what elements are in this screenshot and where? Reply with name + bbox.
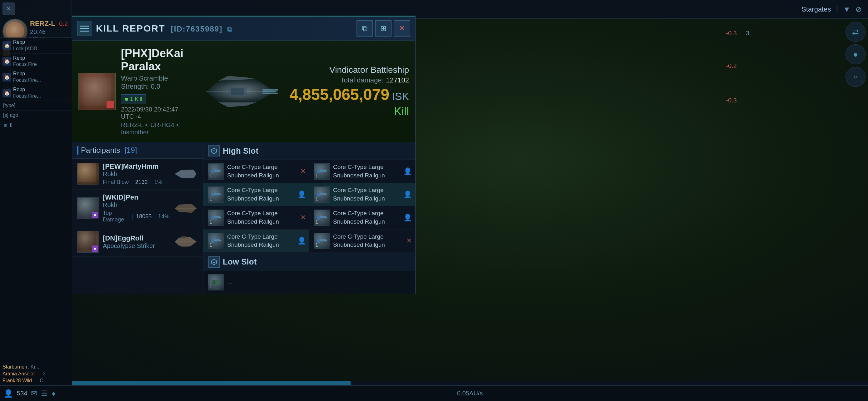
slot-item-icon-2: 1 xyxy=(314,163,330,179)
calendar-icon[interactable]: ☰ xyxy=(41,389,48,398)
chat-area: 🏠 Repp Lock [KOD... 🏠 Repp Focus Fire 🏠 … xyxy=(0,37,72,401)
copy-button[interactable]: ⧉ xyxy=(356,20,373,37)
close-icon: × xyxy=(7,5,11,13)
kill-report-modal: KILL REPORT [ID:7635989] ⧉ ⧉ ⊞ ✕ [PHX]De… xyxy=(72,15,415,294)
ship-svg xyxy=(200,71,281,112)
participant-entry-1[interactable]: [PEW]MartyHmm Rokh Final Blow | 2132 | 1… xyxy=(72,159,203,190)
svg-rect-8 xyxy=(231,89,244,95)
warp-icon: ⇄ xyxy=(852,27,859,37)
bottom-chat: Starburnerr: Ki... Arania Anselor — 3 Fr… xyxy=(0,362,72,386)
sec-label-3: -0.3 xyxy=(726,97,737,104)
low-slot-name-partial: ... xyxy=(227,279,232,286)
export-button[interactable]: ⊞ xyxy=(375,20,392,37)
participant-entry-3[interactable]: ■ [DN]EggRoll Apocalypse Striker xyxy=(72,227,203,257)
planet-icon-btn[interactable]: ● xyxy=(845,44,866,64)
svg-rect-29 xyxy=(220,194,221,195)
participant-name-3: [DN]EggRoll xyxy=(103,234,169,242)
station-icon-btn[interactable]: ○ xyxy=(845,67,866,87)
kill-tag-text: 1 Kill xyxy=(130,96,142,102)
slot-qty-7: 1 xyxy=(209,242,212,248)
participant-stats-2: Top Damage | 18065 | 14% xyxy=(103,210,169,223)
slot-item-2[interactable]: 1 Core C-Type LargeSnubnosed Railgun 👤 xyxy=(309,160,415,183)
slot-status-1: ✕ xyxy=(300,167,306,175)
svg-rect-23 xyxy=(220,170,221,171)
warp-icon-btn[interactable]: ⇄ xyxy=(845,22,866,42)
low-slot-item-partial: 1 ... xyxy=(204,271,415,294)
face-1 xyxy=(78,163,96,182)
chat-text-1: Repp Lock [KOD... xyxy=(13,39,41,52)
security-status: -0.2 xyxy=(57,20,68,28)
slot-item-icon-6: 1 xyxy=(314,209,330,226)
people-count: 534 xyxy=(17,390,27,397)
high-slot-icon xyxy=(208,145,220,157)
slot-item-6[interactable]: 1 Core C-Type LargeSnubnosed Railgun 👤 xyxy=(309,206,415,229)
slot-qty-2: 1 xyxy=(315,173,318,179)
copy-icon[interactable]: ⧉ xyxy=(227,25,233,33)
victim-avatar xyxy=(79,73,116,110)
slot-name-5: Core C-Type LargeSnubnosed Railgun xyxy=(227,209,279,226)
slot-status-6: 👤 xyxy=(403,213,412,222)
slot-item-icon-1: 1 xyxy=(208,163,224,179)
slot-qty-5: 1 xyxy=(209,219,212,225)
high-slot-grid: 1 Core C-Type LargeSnubnosed Railgun ✕ xyxy=(204,160,415,253)
final-blow-label: Final Blow xyxy=(103,179,129,186)
chat-entry-7: ≋ II xyxy=(0,120,72,131)
chat-text-3: Repp Focus Fire... xyxy=(13,71,41,84)
planet-icon: ● xyxy=(853,49,858,59)
victim-info: [PHX]DeKai Paralax Warp Scramble Strengt… xyxy=(121,47,192,136)
ship-image xyxy=(197,67,284,116)
top-damage-pct: 14% xyxy=(158,213,169,220)
slot-status-8: ✕ xyxy=(406,237,412,245)
slot-name-2: Core C-Type LargeSnubnosed Railgun xyxy=(333,163,385,179)
high-slot-header: High Slot xyxy=(204,142,415,160)
slot-item-7[interactable]: 1 Core C-Type LargeSnubnosed Railgun 👤 xyxy=(204,230,309,253)
ship-class-row: Vindicator Battleship xyxy=(329,65,409,75)
svg-marker-45 xyxy=(212,259,217,265)
close-btn-icon: ✕ xyxy=(399,24,405,33)
participant-badge-2: ■ xyxy=(92,212,98,218)
participant-name-1: [PEW]MartyHmm xyxy=(103,162,169,170)
participant-entry-2[interactable]: ■ [WKID]Pen Rokh Top Damage | 18065 | 14… xyxy=(72,190,203,227)
damage-row: Total damage: 127102 xyxy=(340,76,409,84)
speaker-icon[interactable]: ♦ xyxy=(52,389,55,398)
participant-avatar-1 xyxy=(77,163,99,185)
chat-text-4: Repp Focus Fire... xyxy=(13,87,41,100)
slot-status-5: ✕ xyxy=(300,213,306,222)
slot-item-8[interactable]: 1 Core C-Type LargeSnubnosed Railgun ✕ xyxy=(309,230,415,253)
slot-item-icon-8: 1 xyxy=(314,233,330,249)
slot-item-3[interactable]: 1 Core C-Type LargeSnubnosed Railgun 👤 xyxy=(204,183,309,206)
sidebar: × RERZ-L -0.2 20:46 UR-H 📶 ● 0 ● 0 ◎ xyxy=(0,0,72,401)
sidebar-close-button[interactable]: × xyxy=(2,2,15,15)
kill-dot xyxy=(125,98,128,101)
slot-item-1[interactable]: 1 Core C-Type LargeSnubnosed Railgun ✕ xyxy=(204,160,309,183)
kill-tag: 1 Kill xyxy=(121,94,146,104)
chat-entry-5: [type] xyxy=(0,101,72,110)
separator-line: | xyxy=(836,4,838,14)
top-damage-label: Top Damage xyxy=(103,210,130,223)
filter-icon[interactable]: ▼ xyxy=(843,5,850,14)
participant-ship-3: Apocalypse Striker xyxy=(103,242,169,249)
mail-icon[interactable]: ✉ xyxy=(31,389,37,398)
progress-bar-fill xyxy=(72,381,350,385)
isk-label: ISK xyxy=(392,90,409,102)
slot-name-7: Core C-Type LargeSnubnosed Railgun xyxy=(227,233,279,249)
svg-rect-35 xyxy=(220,217,221,218)
player-name: RERZ-L xyxy=(30,20,55,28)
modal-title: KILL REPORT [ID:7635989] ⧉ xyxy=(96,23,353,34)
slot-item-4[interactable]: 1 Core C-Type LargeSnubnosed Railgun 👤 xyxy=(309,183,415,206)
participants-header: Participants [19] xyxy=(72,142,203,159)
participant-badge-3: ■ xyxy=(92,245,98,252)
chat-icon-3: 🏠 xyxy=(2,73,11,81)
ship-img-3 xyxy=(173,235,198,248)
damage-label: Total damage: xyxy=(340,76,383,84)
menu-button[interactable] xyxy=(77,21,92,36)
chat-icon-4: 🏠 xyxy=(2,89,11,97)
kill-banner: [PHX]DeKai Paralax Warp Scramble Strengt… xyxy=(72,41,415,142)
menu-line-1 xyxy=(80,26,89,27)
low-slot-qty-1: 1 xyxy=(209,284,212,290)
close-modal-button[interactable]: ✕ xyxy=(394,20,410,37)
chat-icon-2: 🏠 xyxy=(2,57,11,66)
slot-name-4: Core C-Type LargeSnubnosed Railgun xyxy=(333,186,385,203)
slot-item-5[interactable]: 1 Core C-Type LargeSnubnosed Railgun ✕ xyxy=(204,206,309,229)
funnel-icon[interactable]: ⊘ xyxy=(856,5,862,14)
